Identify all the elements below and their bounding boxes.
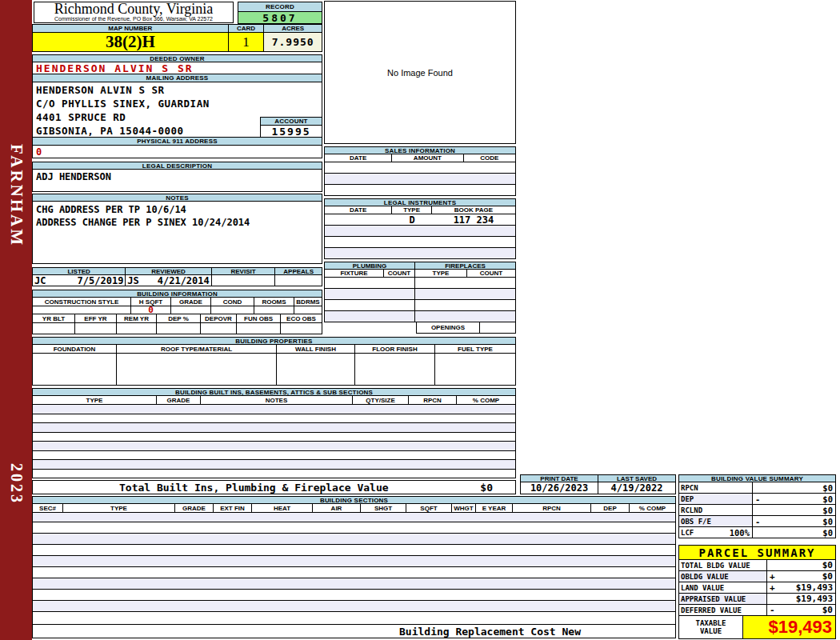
col-type: TYPE (33, 396, 157, 404)
col-count: COUNT (384, 270, 415, 277)
acres-value: 7.9950 (264, 33, 322, 51)
note-line: ADDRESS CHANGE PER P SINEX 10/24/2014 (36, 216, 322, 229)
sales-title: SALES INFORMATION (324, 146, 516, 154)
bvs-label: DEP (679, 494, 753, 504)
bvs-sign: - (755, 494, 760, 504)
col-heat: HEAT (252, 504, 313, 512)
plumbing-fireplaces: PLUMBING FIREPLACES FIXTURE COUNT TYPE C… (324, 262, 516, 334)
property-record-card: FARNHAM 2023 Richmond County, Virginia C… (0, 0, 840, 640)
property-photo-placeholder: No Image Found (324, 1, 516, 144)
mailing-address-line: C/O PHYLLIS SINEX, GUARDIAN (36, 97, 322, 110)
empty-row (32, 578, 676, 590)
notes-label: NOTES (32, 194, 322, 202)
parcel-value: $0 (822, 560, 833, 570)
parcel-sign: + (770, 582, 775, 593)
parcel-label: OBLDG VALUE (679, 571, 767, 582)
col-fp-type: TYPE (415, 270, 467, 277)
parcel-summary: PARCEL SUMMARY TOTAL BLDG VALUE $0 OBLDG… (678, 545, 836, 639)
bvs-label: RPCN (679, 482, 753, 493)
sales-information: SALES INFORMATION DATE AMOUNT CODE (324, 146, 516, 196)
building-sections-title: BUILDING SECTIONS (32, 496, 676, 504)
built-ins-total-label: Total Built Ins, Plumbing & Fireplace Va… (119, 482, 389, 494)
building-info-vals1: 0 (32, 306, 322, 314)
building-info-cols1: CONSTRUCTION STYLE H SQFT GRADE COND ROO… (32, 298, 322, 306)
county-title: Richmond County, Virginia (34, 2, 233, 16)
appeals-value (275, 275, 322, 286)
col-code: CODE (464, 154, 515, 162)
col-comp: % COMP (630, 504, 675, 512)
col-type: TYPE (63, 504, 175, 512)
legal-description-value: ADJ HENDERSON (32, 170, 322, 192)
print-info: PRINT DATE LAST SAVED 10/26/2023 4/19/20… (520, 474, 676, 494)
print-date-label: PRINT DATE (521, 475, 598, 482)
listed-label: LISTED (33, 268, 126, 274)
building-properties: BUILDING PROPERTIES FOUNDATION ROOF TYPE… (32, 337, 516, 386)
col-rem-yr: REM YR (117, 314, 157, 322)
card-value: 1 (229, 33, 265, 51)
openings-label: OPENINGS (417, 322, 480, 333)
plumbing-title: PLUMBING (325, 262, 415, 269)
col-dep: DEP (591, 504, 630, 512)
bvs-row: DEP - $0 (678, 494, 836, 505)
col-fun-obs: FUN OBS (237, 314, 281, 322)
col-construction-style: CONSTRUCTION STYLE (33, 298, 131, 306)
bvs-pct: 100% (730, 528, 750, 538)
col-amount: AMOUNT (392, 154, 463, 162)
empty-row (32, 470, 516, 478)
bvs-row: RCLND $0 (678, 505, 836, 516)
acres-label: ACRES (264, 25, 322, 32)
col-grade: GRADE (175, 504, 214, 512)
openings-value (480, 322, 515, 333)
instrument-book-page: 117 234 (432, 214, 515, 225)
review-header-row: LISTED REVIEWED REVISIT APPEALS (32, 267, 322, 275)
review-value-row: JC 7/5/2019 JS 4/21/2014 (32, 275, 322, 286)
taxable-value-row: TAXABLE VALUE $19,493 (678, 616, 836, 639)
map-number-label: MAP NUMBER (33, 25, 229, 32)
col-shgt: SHGT (361, 504, 406, 512)
legal-description-label: LEGAL DESCRIPTION (32, 162, 322, 170)
taxable-value-amount: $19,493 (743, 616, 835, 638)
col-yr-blt: YR BLT (33, 314, 75, 322)
empty-row (32, 442, 516, 451)
col-type: TYPE (392, 206, 432, 214)
account-label: ACCOUNT (260, 117, 322, 126)
parcel-label: APPRAISED VALUE (679, 594, 767, 604)
bvs-label: RCLND (679, 505, 753, 515)
col-eco-obs: ECO OBS (281, 314, 322, 322)
parcel-value: $0 (822, 571, 833, 582)
col-depovr: DEPOVR (201, 314, 237, 322)
taxable-value-label: TAXABLE VALUE (679, 616, 743, 638)
empty-row (324, 174, 516, 185)
bvs-value: $0 (822, 494, 833, 504)
col-comp: % COMP (457, 396, 515, 404)
parcel-row: DEFERRED VALUE - $0 (678, 605, 836, 616)
parcel-row: TOTAL BLDG VALUE $0 (678, 560, 836, 571)
col-bdrms: BDRMS (294, 298, 322, 306)
bvs-value: $0 (822, 517, 833, 526)
physical-911-label: PHYSICAL 911 ADDRESS (32, 138, 322, 146)
district-label: FARNHAM (0, 128, 32, 264)
col-dep-pct: DEP % (157, 314, 201, 322)
empty-row (32, 601, 676, 612)
reviewed-label: REVIEWED (126, 268, 211, 274)
parcel-label: DEFERRED VALUE (679, 605, 767, 615)
reviewed-date: 4/21/2014 (158, 275, 210, 286)
record-box: RECORD 5807 (238, 2, 322, 24)
col-e-year: E YEAR (476, 504, 513, 512)
tax-year-label: 2023 (0, 448, 32, 520)
account-box: ACCOUNT 15995 (260, 117, 322, 138)
col-fuel-type: FUEL TYPE (435, 345, 515, 353)
bvs-row: LCF 100% $0 (678, 527, 836, 538)
col-ext-fin: EXT FIN (214, 504, 252, 512)
parcel-sign: + (770, 571, 775, 582)
empty-row (32, 460, 516, 470)
legal-instruments-title: LEGAL INSTRUMENTS (324, 198, 516, 206)
listed-date: 7/5/2019 (78, 275, 124, 286)
built-ins-total-row: Total Built Ins, Plumbing & Fireplace Va… (32, 480, 516, 494)
physical-911-value: 0 (32, 146, 322, 158)
bvs-label: OBS F/E (679, 516, 753, 526)
building-sections-table: BUILDING SECTIONS SEC# TYPE GRADE EXT FI… (32, 496, 676, 638)
note-line: CHG ADDRESS PER TP 10/6/14 (36, 203, 322, 216)
last-saved-label: LAST SAVED (598, 475, 675, 482)
card-label: CARD (229, 25, 265, 32)
